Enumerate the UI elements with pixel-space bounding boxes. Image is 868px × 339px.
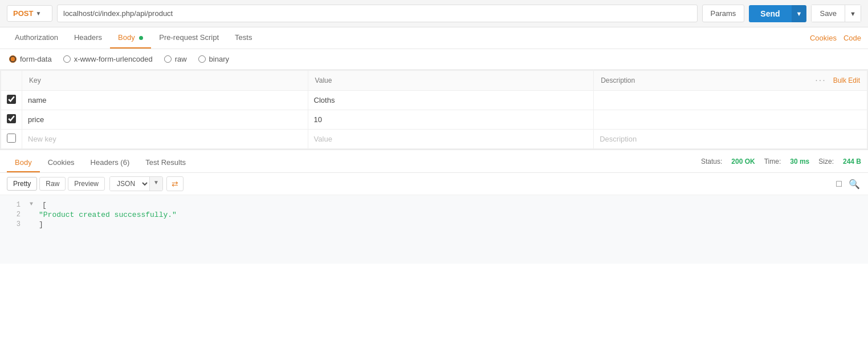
response-status-info: Status: 200 OK Time: 30 ms Size: 244 B — [701, 158, 861, 169]
response-right-icons: □ 🔍 — [835, 177, 861, 191]
radio-form-data[interactable]: form-data — [9, 55, 52, 63]
radio-urlencoded[interactable]: x-www-form-urlencoded — [63, 55, 153, 63]
newrow-checkbox-cell — [1, 130, 22, 149]
response-tab-test-results[interactable]: Test Results — [137, 154, 194, 172]
wrap-button[interactable]: ⇄ — [166, 176, 184, 191]
response-tab-bar: Body Cookies Headers (6) Test Results St… — [0, 150, 868, 173]
send-button[interactable]: Send — [749, 5, 791, 22]
line-num-2: 2 — [9, 211, 21, 219]
size-label: Size: — [818, 158, 834, 166]
response-tab-body[interactable]: Body — [7, 154, 40, 172]
body-dot — [139, 36, 143, 40]
code-string-1: "Product created successfully." — [39, 211, 177, 219]
response-tab-headers[interactable]: Headers (6) — [83, 154, 138, 172]
tab-headers[interactable]: Headers — [66, 27, 110, 49]
pretty-button[interactable]: Pretty — [7, 177, 37, 191]
body-type-radio-group: form-data x-www-form-urlencoded raw bina… — [0, 49, 868, 70]
bulk-edit-button[interactable]: Bulk Edit — [833, 76, 860, 84]
new-row: New key Value Description — [1, 130, 867, 149]
table-more-options[interactable]: ··· — [815, 75, 826, 86]
response-tab-cookies[interactable]: Cookies — [40, 154, 83, 172]
format-bar: Pretty Raw Preview JSON Text HTML XML ▼ … — [0, 173, 868, 195]
params-table-wrapper: Key Value Description ··· Bulk Edit — [0, 70, 868, 150]
row2-value[interactable]: 10 — [308, 110, 594, 130]
code-line-3: 3 ] — [9, 220, 859, 229]
copy-icon[interactable]: □ — [835, 177, 843, 191]
row1-checkbox-cell — [1, 91, 22, 110]
code-link[interactable]: Code — [843, 34, 861, 42]
code-output: 1 ▼ [ 2 "Product created successfully." … — [0, 195, 868, 264]
response-tabs: Body Cookies Headers (6) Test Results — [7, 154, 194, 172]
method-dropdown[interactable]: POST ▼ — [7, 5, 52, 22]
params-table: Key Value Description ··· Bulk Edit — [1, 70, 867, 149]
row2-checkbox[interactable] — [7, 114, 16, 123]
search-icon[interactable]: 🔍 — [847, 177, 861, 191]
th-description: Description ··· Bulk Edit — [594, 71, 867, 91]
code-bracket-close: ] — [39, 220, 43, 229]
request-tabs: Authorization Headers Body Pre-request S… — [7, 27, 260, 49]
newrow-key[interactable]: New key — [22, 130, 308, 149]
row1-key[interactable]: name — [22, 91, 308, 110]
line-toggle-1[interactable]: ▼ — [30, 201, 33, 209]
cookies-link[interactable]: Cookies — [810, 34, 837, 42]
tab-body[interactable]: Body — [110, 27, 151, 49]
method-label: POST — [13, 9, 33, 18]
right-actions: Cookies Code — [810, 34, 861, 42]
save-dropdown-button[interactable]: ▼ — [845, 5, 861, 22]
format-select-arrow[interactable]: ▼ — [149, 177, 162, 191]
th-key: Key — [22, 71, 308, 91]
newrow-checkbox[interactable] — [7, 134, 16, 143]
row1-value[interactable]: Cloths — [308, 91, 594, 110]
preview-button[interactable]: Preview — [68, 177, 105, 191]
status-value: 200 OK — [731, 158, 755, 166]
row2-key[interactable]: price — [22, 110, 308, 130]
send-dropdown-button[interactable]: ▼ — [792, 5, 807, 22]
code-line-1: 1 ▼ [ — [9, 201, 859, 209]
th-value: Value — [308, 71, 594, 91]
th-checkbox — [1, 71, 22, 91]
time-label: Time: — [764, 158, 781, 166]
radio-raw[interactable]: raw — [164, 55, 187, 63]
format-select-group: JSON Text HTML XML ▼ — [109, 176, 163, 191]
tab-authorization[interactable]: Authorization — [7, 27, 66, 49]
format-select[interactable]: JSON Text HTML XML — [110, 177, 149, 191]
table-row: price 10 — [1, 110, 867, 130]
tab-pre-request[interactable]: Pre-request Script — [151, 27, 227, 49]
method-chevron: ▼ — [35, 10, 41, 17]
save-button[interactable]: Save — [811, 5, 845, 22]
tab-tests[interactable]: Tests — [227, 27, 260, 49]
row2-checkbox-cell — [1, 110, 22, 130]
radio-binary[interactable]: binary — [198, 55, 229, 63]
line-num-3: 3 — [9, 220, 21, 229]
code-bracket-open: [ — [42, 201, 47, 209]
line-num-1: 1 — [9, 201, 21, 209]
size-value: 244 B — [843, 158, 861, 166]
newrow-value[interactable]: Value — [308, 130, 594, 149]
raw-button[interactable]: Raw — [39, 177, 66, 191]
row1-checkbox[interactable] — [7, 95, 16, 104]
request-tab-bar: Authorization Headers Body Pre-request S… — [0, 27, 868, 49]
params-button[interactable]: Params — [702, 5, 745, 22]
top-bar: POST ▼ Params Send ▼ Save ▼ — [0, 0, 868, 27]
save-group: Save ▼ — [811, 5, 861, 22]
row1-description[interactable] — [594, 91, 867, 110]
time-value: 30 ms — [790, 158, 809, 166]
table-row: name Cloths — [1, 91, 867, 110]
code-line-2: 2 "Product created successfully." — [9, 211, 859, 219]
status-label: Status: — [701, 158, 722, 166]
newrow-description[interactable]: Description — [594, 130, 867, 149]
row2-description[interactable] — [594, 110, 867, 130]
url-input[interactable] — [57, 5, 698, 22]
send-group: Send ▼ — [749, 5, 806, 22]
